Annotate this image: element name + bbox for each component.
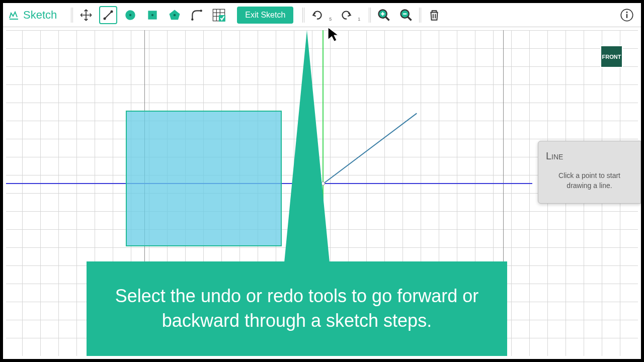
info-button[interactable] (618, 6, 636, 24)
fillet-icon (190, 9, 203, 22)
view-cube[interactable]: FRONT (600, 45, 623, 68)
zoom-in-button[interactable] (375, 6, 393, 24)
svg-line-22 (408, 17, 412, 20)
undo-count: 5 (329, 17, 332, 22)
svg-line-18 (386, 17, 389, 20)
zoom-out-icon (399, 8, 413, 22)
view-cube-label: FRONT (602, 54, 621, 60)
polygon-tool[interactable] (166, 6, 184, 24)
svg-point-6 (151, 14, 153, 16)
circle-icon (124, 9, 137, 22)
redo-count: 1 (358, 17, 360, 22)
sketch-logo: Sketch (8, 9, 57, 22)
info-icon (620, 8, 634, 22)
help-title: Line (546, 150, 633, 162)
rectangle-tool[interactable] (143, 6, 162, 24)
svg-point-10 (200, 10, 202, 12)
sketch-rectangle[interactable] (126, 111, 282, 246)
sketch-icon (8, 9, 20, 21)
zoom-in-icon (377, 8, 391, 22)
divider (71, 8, 73, 23)
svg-point-8 (174, 14, 176, 16)
fillet-tool[interactable] (188, 6, 206, 24)
svg-point-25 (626, 11, 627, 13)
sketch-canvas[interactable]: FRONT Line Click a point to start drawin… (6, 30, 638, 356)
zoom-out-button[interactable] (397, 6, 415, 24)
svg-line-0 (105, 12, 112, 19)
tutorial-pointer (284, 30, 330, 262)
svg-point-2 (111, 10, 113, 13)
divider (369, 8, 371, 23)
undo-icon (311, 9, 324, 22)
line-tool[interactable] (99, 6, 117, 24)
polygon-icon (168, 8, 182, 22)
top-toolbar: Sketch (3, 3, 641, 27)
redo-button[interactable] (337, 6, 355, 24)
exit-sketch-button[interactable]: Exit Sketch (237, 7, 293, 24)
move-icon (79, 9, 93, 22)
tool-help-panel: Line Click a point to start drawing a li… (538, 141, 641, 204)
delete-button[interactable] (425, 6, 443, 24)
trash-icon (428, 9, 441, 22)
app-title: Sketch (23, 9, 57, 22)
line-icon (102, 9, 114, 21)
grid-snap-tool[interactable] (210, 6, 228, 24)
cursor-pointer-icon (326, 26, 341, 45)
grid-icon (212, 8, 226, 22)
circle-tool[interactable] (121, 6, 139, 24)
help-body: Click a point to start drawing a line. (546, 171, 633, 191)
svg-point-9 (191, 18, 193, 20)
divider (302, 8, 304, 23)
undo-button[interactable] (308, 6, 327, 24)
rectangle-icon (146, 9, 159, 22)
svg-point-4 (129, 14, 131, 16)
tutorial-text: Select the undo or redo tools to go forw… (107, 284, 487, 333)
divider (419, 8, 421, 23)
redo-icon (340, 9, 353, 22)
move-tool[interactable] (77, 6, 95, 24)
tutorial-banner: Select the undo or redo tools to go forw… (87, 261, 507, 356)
svg-point-1 (104, 17, 106, 20)
